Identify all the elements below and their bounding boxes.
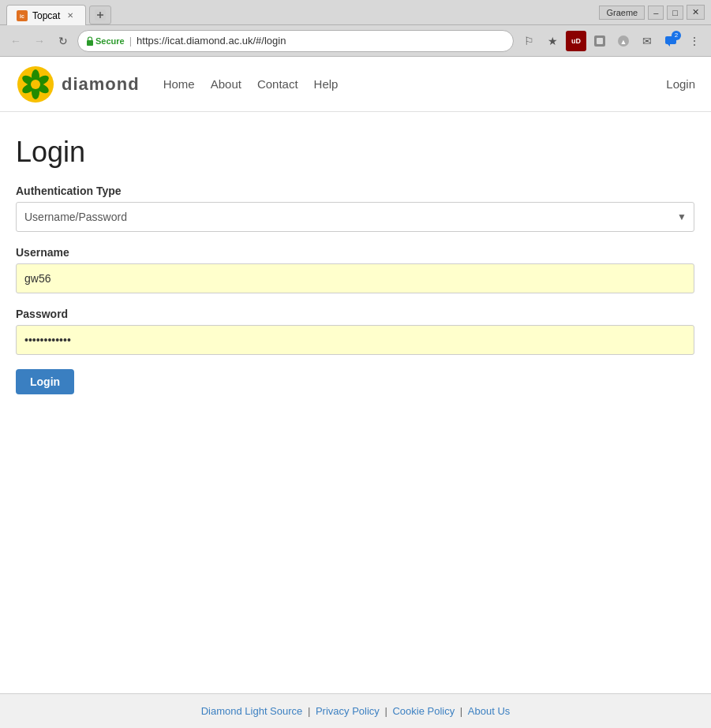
logo-area[interactable]: diamond	[16, 65, 140, 104]
menu-icon[interactable]: ⋮	[684, 31, 705, 51]
diamond-logo	[16, 65, 55, 104]
mail-icon[interactable]: ✉	[637, 31, 657, 51]
secure-label: Secure	[95, 36, 125, 46]
forward-button[interactable]: →	[30, 32, 49, 50]
footer-sep3: |	[457, 705, 466, 717]
auth-type-select[interactable]: Username/Password	[16, 202, 694, 232]
page-title: Login	[16, 136, 695, 169]
svg-marker-11	[668, 44, 670, 47]
back-button[interactable]: ←	[6, 32, 25, 50]
chat-badge-count: 2	[672, 31, 681, 40]
svg-rect-5	[87, 40, 93, 46]
toolbar-icons: ⚐ ★ uD ▲ ✉ 2 ⋮	[518, 31, 705, 51]
login-button[interactable]: Login	[16, 369, 74, 394]
address-bar: ← → ↻ Secure | https://icat.diamond.ac.u…	[0, 25, 711, 57]
svg-rect-7	[597, 38, 603, 44]
url-text: https://icat.diamond.ac.uk/#/login	[137, 35, 505, 47]
login-form: Authentication Type Username/Password ▼ …	[16, 185, 694, 394]
tab-title: Topcat	[32, 10, 60, 21]
password-input[interactable]	[16, 325, 694, 355]
tab-area: ic Topcat ✕	[6, 0, 599, 24]
new-tab-button[interactable]	[89, 6, 111, 24]
extension1-icon[interactable]	[589, 31, 610, 51]
nav-contact[interactable]: Contact	[257, 77, 298, 91]
tab-close-button[interactable]: ✕	[65, 10, 76, 21]
auth-select-wrapper: Username/Password ▼	[16, 202, 694, 232]
ublock-icon[interactable]: uD	[566, 31, 586, 51]
svg-text:ic: ic	[20, 13, 24, 19]
browser-window: ic Topcat ✕ Graeme – □ ✕ ← → ↻ Secure	[0, 0, 711, 728]
chat-icon[interactable]: 2	[660, 31, 681, 51]
nav-home[interactable]: Home	[163, 77, 195, 91]
username-input[interactable]	[16, 263, 694, 293]
password-group: Password	[16, 308, 694, 355]
bookmark-icon[interactable]: ⚐	[518, 31, 539, 51]
reload-button[interactable]: ↻	[54, 32, 73, 50]
footer-privacy-link[interactable]: Privacy Policy	[316, 705, 380, 717]
page-content: diamond Home About Contact Help Login Lo…	[0, 57, 711, 728]
auth-type-group: Authentication Type Username/Password ▼	[16, 185, 694, 232]
url-bar[interactable]: Secure | https://icat.diamond.ac.uk/#/lo…	[77, 30, 514, 52]
footer-sep2: |	[382, 705, 391, 717]
nav-about[interactable]: About	[211, 77, 241, 91]
svg-point-19	[31, 80, 40, 89]
footer-diamond-link[interactable]: Diamond Light Source	[201, 705, 303, 717]
window-controls: Graeme – □ ✕	[599, 5, 705, 20]
header-login-link[interactable]: Login	[666, 77, 695, 91]
footer-sep1: |	[305, 705, 313, 717]
site-nav: Home About Contact Help	[163, 77, 667, 91]
password-label: Password	[16, 308, 694, 320]
site-header: diamond Home About Contact Help Login	[0, 57, 711, 112]
site-brand: diamond	[62, 74, 140, 95]
username-group: Username	[16, 246, 694, 293]
auth-type-label: Authentication Type	[16, 185, 694, 197]
tab-favicon: ic	[17, 10, 28, 21]
username-label: Username	[16, 246, 694, 259]
footer-cookie-link[interactable]: Cookie Policy	[392, 705, 455, 717]
extension2-icon[interactable]: ▲	[613, 31, 634, 51]
maximize-button[interactable]: □	[667, 6, 683, 20]
window-user: Graeme	[599, 6, 645, 20]
url-separator: |	[129, 35, 132, 47]
site-footer: Diamond Light Source | Privacy Policy | …	[0, 693, 711, 728]
star-icon[interactable]: ★	[542, 31, 563, 51]
minimize-button[interactable]: –	[648, 6, 664, 20]
main-content: Login Authentication Type Username/Passw…	[0, 112, 711, 693]
nav-help[interactable]: Help	[314, 77, 339, 91]
title-bar: ic Topcat ✕ Graeme – □ ✕	[0, 0, 711, 25]
footer-about-link[interactable]: About Us	[468, 705, 510, 717]
close-button[interactable]: ✕	[687, 5, 705, 20]
browser-tab[interactable]: ic Topcat ✕	[6, 5, 86, 25]
secure-icon: Secure	[86, 36, 125, 46]
svg-text:▲: ▲	[620, 38, 627, 46]
